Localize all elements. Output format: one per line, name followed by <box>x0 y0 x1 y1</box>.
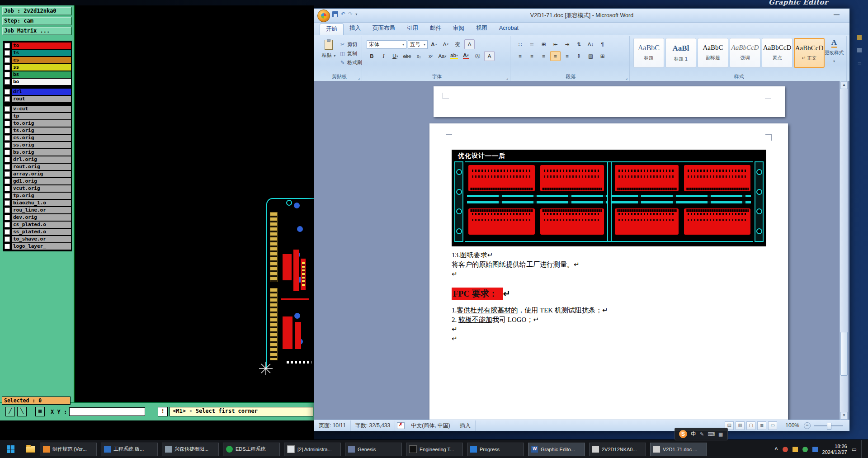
layer-visibility-checkbox[interactable] <box>5 222 10 227</box>
tray-app-icon[interactable] <box>793 447 798 452</box>
font-family-select[interactable]: 宋体▾ <box>367 40 406 49</box>
layer-visibility-checkbox[interactable] <box>5 244 10 249</box>
tab-review[interactable]: 审阅 <box>447 23 470 35</box>
keyboard-icon[interactable]: ⌨ <box>708 431 715 437</box>
layer-name[interactable]: vcut.orig <box>12 185 71 192</box>
layer-name[interactable]: tp <box>12 113 71 119</box>
bullets-button[interactable]: ∷ <box>515 39 525 49</box>
layer-visibility-checkbox[interactable] <box>5 43 10 48</box>
pcb-panel-figure[interactable]: 优化设计——后 <box>452 150 766 246</box>
layer-visibility-checkbox[interactable] <box>5 208 10 213</box>
layer-name[interactable]: drl.orig <box>12 156 71 163</box>
subscript-button[interactable]: x₂ <box>414 51 424 61</box>
character-border-button[interactable]: A <box>464 39 475 49</box>
style-tile-strong[interactable]: AaBbCcD要点 <box>762 38 793 68</box>
full-screen-view-button[interactable]: ▥ <box>736 421 745 430</box>
layer-name[interactable]: cs.orig <box>12 135 71 141</box>
layer-name[interactable]: ss_plated.o <box>12 229 71 235</box>
grow-font-button[interactable]: A▲ <box>429 39 439 49</box>
phonetic-guide-button[interactable]: 变 <box>453 39 463 49</box>
format-painter-button[interactable]: ✎格式刷 <box>340 58 362 67</box>
shading-button[interactable]: ▨ <box>585 51 596 61</box>
style-tile-normal[interactable]: AaBbCcD↵ 正文 <box>794 38 825 68</box>
document-text[interactable]: 13.图纸要求↵ 将客户的原始图纸提供给工厂进行测量。↵ ↵ FPC 要求：↵ … <box>452 250 768 344</box>
tab-home[interactable]: 开始 <box>320 24 344 35</box>
scroll-down-icon[interactable]: ▼ <box>840 412 848 420</box>
enclose-character-button[interactable]: Ⓐ <box>472 51 483 61</box>
layer-name[interactable]: gd1.orig <box>12 178 71 184</box>
change-styles-button[interactable]: A 更改样式 ▾ <box>823 38 845 64</box>
copy-button[interactable]: ◫复制 <box>340 49 362 58</box>
cam-canvas[interactable] <box>75 5 314 402</box>
layer-name[interactable]: to.orig <box>12 120 71 127</box>
layer-visibility-checkbox[interactable] <box>5 121 10 126</box>
strikethrough-button[interactable]: abe <box>402 51 412 61</box>
layer-name[interactable]: rout <box>12 96 71 102</box>
handwriting-icon[interactable]: ✎ <box>700 431 704 437</box>
tab-acrobat[interactable]: Acrobat <box>493 23 524 35</box>
font-color-button[interactable]: A▾ <box>461 51 471 61</box>
tab-references[interactable]: 引用 <box>401 23 424 35</box>
layer-name[interactable]: ts <box>12 50 71 56</box>
layer-visibility-checkbox[interactable] <box>5 79 10 85</box>
web-layout-view-button[interactable]: ▢ <box>746 421 755 430</box>
taskbar-item[interactable]: 2V2D12NKA0... <box>589 443 646 456</box>
toolbox-icon[interactable]: ▦ <box>718 431 723 437</box>
layer-name[interactable]: bs.orig <box>12 149 71 156</box>
show-formatting-marks-button[interactable]: ¶ <box>597 39 608 49</box>
cut-button[interactable]: ✂剪切 <box>340 40 362 49</box>
current-page[interactable]: 优化设计——后 <box>429 123 788 420</box>
taskbar-clock[interactable]: 18:26 2024/12/27 <box>822 444 847 455</box>
layer-name[interactable]: v-cut <box>12 106 71 112</box>
layer-name[interactable]: tp.orig <box>12 193 71 199</box>
layer-name[interactable]: logo_layer_ <box>12 243 71 250</box>
layer-name[interactable]: cs <box>12 57 71 63</box>
zoom-level[interactable]: 100% <box>785 422 799 429</box>
change-case-button[interactable]: Aa▾ <box>437 51 448 61</box>
borders-button[interactable]: ⊞ <box>597 51 608 61</box>
sogou-icon[interactable]: S <box>679 430 687 438</box>
layer-visibility-checkbox[interactable] <box>5 193 10 198</box>
taskbar-item[interactable]: EDS工程系统 <box>223 443 280 456</box>
align-right-button[interactable]: ≡ <box>538 51 549 61</box>
layer-visibility-checkbox[interactable] <box>5 57 10 63</box>
layer-visibility-checkbox[interactable] <box>5 65 10 70</box>
tab-mailings[interactable]: 邮件 <box>424 23 447 35</box>
layer-name[interactable]: biaozhu_1.o <box>12 200 71 206</box>
taskbar-item[interactable]: 制作规范 (Ver... <box>40 443 97 456</box>
dialog-launcher-icon[interactable]: ⌟ <box>626 76 627 80</box>
numbering-button[interactable]: ≣ <box>527 39 537 49</box>
word-count[interactable]: 字数: 32/5,433 <box>351 420 395 431</box>
xy-coordinate-input[interactable] <box>69 407 145 416</box>
taskbar-item[interactable]: [2] Administra... <box>284 443 341 456</box>
paste-dropdown-icon[interactable]: ▾ <box>334 54 335 58</box>
layer-name[interactable]: ss <box>12 64 71 71</box>
scroll-up-icon[interactable]: ▲ <box>840 81 848 89</box>
bold-button[interactable]: B <box>367 51 377 61</box>
file-explorer-button[interactable] <box>21 440 40 458</box>
layer-visibility-checkbox[interactable] <box>5 215 10 220</box>
word-titlebar[interactable]: ↶ ↷ ▾ V2D1-71.doc [兼容模式] - Microsoft Wor… <box>314 9 849 23</box>
spelling-status-icon[interactable] <box>397 422 405 429</box>
layer-visibility-checkbox[interactable] <box>5 50 10 56</box>
tab-insert[interactable]: 插入 <box>344 23 367 35</box>
layer-visibility-checkbox[interactable] <box>5 106 10 112</box>
layer-visibility-checkbox[interactable] <box>5 171 10 177</box>
layer-name[interactable]: rou_line.or <box>12 207 71 213</box>
ime-chinese-indicator[interactable]: 中 <box>691 430 696 438</box>
outline-view-button[interactable]: ≣ <box>757 421 766 430</box>
layer-visibility-checkbox[interactable] <box>5 72 10 77</box>
layer-visibility-checkbox[interactable] <box>5 236 10 242</box>
layer-name[interactable]: to_shave.or <box>12 236 71 242</box>
layer-visibility-checkbox[interactable] <box>5 89 10 94</box>
layer-visibility-checkbox[interactable] <box>5 142 10 148</box>
zoom-slider-thumb[interactable] <box>827 423 831 430</box>
character-shading-button[interactable]: A <box>484 51 495 61</box>
tray-app-icon[interactable] <box>783 447 788 452</box>
multilevel-list-button[interactable]: ⊞ <box>538 39 549 49</box>
notification-center-icon[interactable]: ▭ <box>852 446 857 453</box>
sort-button[interactable]: A↓ <box>585 39 596 49</box>
style-tile-subtitle[interactable]: AaBbC副标题 <box>698 38 728 68</box>
layer-visibility-checkbox[interactable] <box>5 135 10 141</box>
style-tile-title[interactable]: AaBbC标题 <box>633 38 664 68</box>
